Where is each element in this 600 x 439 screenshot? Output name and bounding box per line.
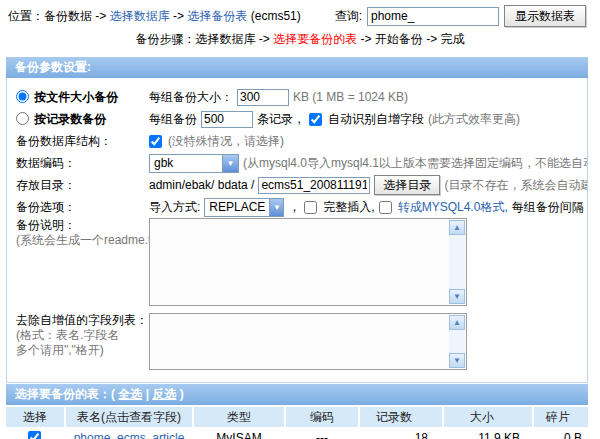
scroll-down-icon[interactable]: ▼ — [449, 289, 465, 304]
full-insert-checkbox[interactable] — [304, 201, 317, 214]
by-records-label: 按记录数备份 — [34, 112, 106, 126]
encoding-select-value: gbk — [150, 156, 222, 170]
directory-label: 存放目录： — [16, 177, 149, 194]
import-mode-label: 导入方式: — [149, 199, 200, 216]
readme-textarea[interactable]: ▲ ▼ — [149, 218, 467, 306]
row-by-filesize: 按文件大小备份 每组备份大小： KB (1 MB = 1024 KB) — [7, 86, 587, 108]
readme-label: 备份说明： — [16, 218, 76, 232]
options-separator: ， — [288, 199, 300, 216]
exclude-fields-note1: (格式：表名.字段名 — [16, 328, 119, 342]
group-size-label: 每组备份大小： — [149, 89, 233, 106]
step-choose-db: 选择数据库 — [195, 32, 255, 46]
breadcrumb-table-link[interactable]: 选择备份表 — [187, 9, 247, 23]
structure-label: 备份数据库结构： — [16, 133, 149, 150]
row-select-checkbox[interactable] — [28, 431, 41, 439]
col-header-fragment: 碎片 — [534, 407, 588, 427]
show-tables-button[interactable]: 显示数据表 — [504, 5, 586, 27]
table-type: MyISAM — [194, 429, 284, 439]
auto-increment-label: 自动识别自增字段 — [328, 111, 424, 128]
encoding-note: (从mysql4.0导入mysql4.1以上版本需要选择固定编码，不能选自动) — [243, 155, 588, 172]
options-label: 备份选项： — [16, 199, 149, 216]
scrollbar[interactable]: ▲ ▼ — [449, 315, 465, 368]
chevron-down-icon: ▼ — [269, 199, 283, 216]
mysql40-format-checkbox[interactable] — [379, 201, 392, 214]
table-name-link[interactable]: phome_ecms_article — [74, 431, 185, 439]
scroll-up-icon[interactable]: ▲ — [449, 315, 465, 330]
link-divider: | — [146, 387, 149, 401]
structure-note: (没特殊情况，请选择) — [168, 133, 284, 150]
backup-params-panel: 备份参数设置: 按文件大小备份 每组备份大小： KB (1 MB = 1024 … — [6, 57, 588, 383]
records-per-group-label: 每组备份 — [149, 111, 197, 128]
row-readme: 备份说明： (系统会生成一个readme.txt) ▲ ▼ — [7, 218, 587, 306]
by-records-radio[interactable] — [16, 112, 29, 125]
breadcrumb-db-link[interactable]: 选择数据库 — [110, 9, 170, 23]
steps-arrow: -> — [426, 32, 437, 46]
invert-selection-link[interactable]: 反选 — [152, 387, 176, 401]
breadcrumb-home: 备份数据 — [44, 9, 92, 23]
table-fragment: 0 B — [534, 429, 588, 439]
step-start-backup: 开始备份 — [375, 32, 423, 46]
breadcrumb: 位置：备份数据 -> 选择数据库 -> 选择备份表 (ecms51) — [8, 8, 301, 25]
auto-increment-checkbox[interactable] — [309, 113, 322, 126]
table-records: 18 — [360, 429, 442, 439]
query-label: 查询: — [335, 8, 362, 25]
breadcrumb-arrow: -> — [95, 9, 106, 23]
by-filesize-radio[interactable] — [16, 90, 29, 103]
col-header-type: 类型 — [194, 407, 284, 427]
group-size-input[interactable] — [237, 89, 289, 106]
steps-label: 备份步骤： — [135, 32, 195, 46]
directory-note: (目录不存在，系统会自动建立) — [444, 177, 588, 194]
col-header-select: 选择 — [6, 407, 64, 427]
row-options: 备份选项： 导入方式: REPLACE ▼ ， 完整插入, 转成MYSQL4.0… — [7, 196, 587, 218]
table-encoding: --- — [286, 429, 358, 439]
col-header-name: 表名(点击查看字段) — [66, 407, 192, 427]
col-header-size: 大小 — [444, 407, 532, 427]
structure-checkbox[interactable] — [149, 135, 162, 148]
row-exclude-fields: 去除自增值的字段列表： (格式：表名.字段名 多个请用","格开) ▲ ▼ — [7, 313, 587, 370]
params-panel-title: 备份参数设置: — [6, 57, 588, 78]
readme-note: (系统会生成一个readme.txt) — [16, 233, 165, 247]
params-panel-body: 按文件大小备份 每组备份大小： KB (1 MB = 1024 KB) 按记录数… — [6, 78, 588, 383]
select-tables-title: 选择要备份的表： — [15, 387, 111, 401]
select-all-link[interactable]: 全选 — [118, 387, 142, 401]
exclude-fields-note2: 多个请用","格开) — [16, 343, 104, 357]
select-tables-panel: 选择要备份的表：( 全选 | 反选 ) 选择 表名(点击查看字段) 类型 编码 … — [6, 384, 588, 439]
paren: ( — [111, 387, 115, 401]
exclude-fields-label: 去除自增值的字段列表： — [16, 313, 148, 327]
query-input[interactable] — [367, 7, 499, 26]
exclude-fields-textarea[interactable]: ▲ ▼ — [149, 313, 467, 370]
row-structure: 备份数据库结构： (没特殊情况，请选择) — [7, 130, 587, 152]
step-finish: 完成 — [441, 32, 465, 46]
row-directory: 存放目录： admin/ebak/ bdata / 选择目录 (目录不存在，系统… — [7, 174, 587, 196]
directory-input[interactable] — [258, 177, 370, 194]
interval-label: 每组备份间隔： — [512, 199, 588, 216]
row-by-records: 按记录数备份 每组备份 条记录， 自动识别自增字段(此方式效率更高) — [7, 108, 587, 130]
scroll-up-icon[interactable]: ▲ — [449, 220, 465, 235]
full-insert-label: 完整插入, — [323, 199, 374, 216]
query-bar: 查询: 显示数据表 — [335, 5, 586, 27]
import-mode-select[interactable]: REPLACE ▼ — [204, 198, 284, 217]
select-tables-title-bar: 选择要备份的表：( 全选 | 反选 ) — [6, 384, 588, 405]
steps-arrow: -> — [360, 32, 371, 46]
choose-directory-button[interactable]: 选择目录 — [374, 175, 440, 195]
encoding-label: 数据编码： — [16, 155, 149, 172]
backup-steps: 备份步骤：选择数据库 -> 选择要备份的表 -> 开始备份 -> 完成 — [0, 31, 600, 48]
chevron-down-icon: ▼ — [222, 155, 238, 172]
mysql40-format-label[interactable]: 转成MYSQL4.0格式, — [398, 199, 508, 216]
encoding-select[interactable]: gbk ▼ — [149, 154, 239, 173]
table-size: 11.9 KB — [444, 429, 532, 439]
breadcrumb-arrow: -> — [173, 9, 184, 23]
steps-arrow: -> — [259, 32, 270, 46]
import-mode-value: REPLACE — [205, 200, 269, 214]
records-unit: 条记录， — [257, 111, 305, 128]
table-header-row: 选择 表名(点击查看字段) 类型 编码 记录数 大小 碎片 — [6, 407, 588, 427]
row-encoding: 数据编码： gbk ▼ (从mysql4.0导入mysql4.1以上版本需要选择… — [7, 152, 587, 174]
records-per-group-input[interactable] — [201, 111, 253, 128]
directory-path: admin/ebak/ bdata / — [149, 178, 254, 192]
by-filesize-label: 按文件大小备份 — [34, 90, 118, 104]
scroll-down-icon[interactable]: ▼ — [449, 353, 465, 368]
col-header-encoding: 编码 — [286, 407, 358, 427]
scrollbar[interactable]: ▲ ▼ — [449, 220, 465, 304]
group-size-note: KB (1 MB = 1024 KB) — [293, 90, 408, 104]
table-row: phome_ecms_article MyISAM --- 18 11.9 KB… — [6, 429, 588, 439]
